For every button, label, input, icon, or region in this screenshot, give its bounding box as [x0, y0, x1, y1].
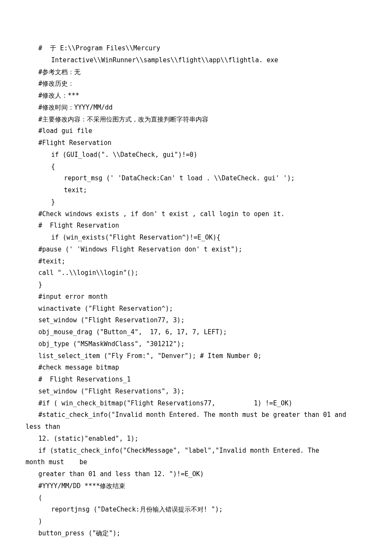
code-line-17: #pause (' 'Windows Flight Reservation do… — [26, 244, 366, 256]
code-line-11: report_msg (' 'DataCheck:Can' t load . \… — [26, 173, 366, 185]
code-line-5: #修改时间：YYYY/MM/dd — [26, 102, 366, 114]
code-line-20: } — [26, 279, 366, 291]
code-line-24: obj_mouse_drag ("Button_4", 17, 6, 17, 7… — [26, 327, 366, 338]
code-line-12: texit; — [26, 185, 366, 197]
code-line-19: call "..\\login\\login"(); — [26, 267, 366, 279]
code-line-6: #主要修改内容：不采用位图方式，改为直接判断字符串内容 — [26, 114, 366, 126]
code-line-29: set_window ("Flight Reservations", 3); — [26, 386, 366, 398]
code-line-37: greater than 01 and less than 12. ")!=E_… — [26, 468, 366, 480]
code-line-10: { — [26, 161, 366, 173]
code-line-2: #参考文档：无 — [26, 66, 366, 78]
code-line-40: reportjnsg ("DateCheck:月份输入错误提示不对! "); — [26, 504, 366, 516]
code-line-7: #load gui file — [26, 125, 366, 137]
code-line-31: #if ( win_check_bitmap("Flight Reservati… — [26, 398, 366, 410]
code-line-32: #static_check_info("Invalid month Entere… — [26, 409, 366, 421]
code-line-26: list_select_item ("Fly From:", "Denver")… — [26, 350, 366, 362]
code-line-21: #input error month — [26, 291, 366, 303]
code-line-38: #YYYY/MM/DD ****修改结束 — [26, 480, 366, 492]
code-line-28: # Flight Reservations_1 — [26, 374, 366, 386]
code-line-3: #修改历史： — [26, 78, 366, 90]
code-line-18: #texit; — [26, 256, 366, 268]
code-line-25: obj_type ("MSMaskWndClass", "301212"); — [26, 338, 366, 350]
code-line-0: # 于 E:\\Program Files\\Mercury — [26, 43, 366, 55]
code-line-33: less than — [26, 421, 366, 433]
document-page: # 于 E:\\Program Files\\MercuryInteractiv… — [0, 0, 392, 555]
code-line-34: 12. (static)"enabled", 1); — [26, 433, 366, 445]
code-line-41: ) — [26, 516, 366, 528]
code-line-13: } — [26, 197, 366, 208]
code-line-27: #check message bitmap — [26, 362, 366, 374]
code-block: # 于 E:\\Program Files\\MercuryInteractiv… — [26, 43, 366, 540]
code-line-36: month must be — [26, 457, 366, 468]
code-line-4: #修改人：*** — [26, 90, 366, 102]
code-line-14: #Check windows exists , if don' t exist … — [26, 208, 366, 220]
code-line-9: if (GUI_load(". \\DateCheck, gui")!=0) — [26, 149, 366, 161]
code-line-39: ( — [26, 492, 366, 504]
code-line-15: # Flight Reservation — [26, 220, 366, 232]
code-line-1: Interactive\\WinRunner\\samples\\flight\… — [26, 55, 366, 66]
code-line-8: #Flight Reservation — [26, 137, 366, 149]
code-line-23: set_window ("Flight Reservation77, 3); — [26, 315, 366, 327]
code-line-16: if (win_exists("Flight Reservation^)!=E_… — [26, 232, 366, 244]
code-line-22: winactivate ("Flight Reservation^); — [26, 303, 366, 315]
code-line-35: if (static_check_info("CheckMessage", "l… — [26, 445, 366, 457]
code-line-42: button_press ("确定"); — [26, 528, 366, 540]
